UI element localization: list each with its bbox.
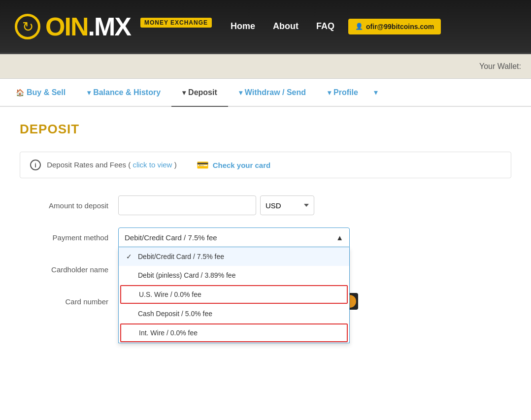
- click-to-view-link[interactable]: click to view: [133, 161, 172, 169]
- nav-about[interactable]: About: [264, 21, 307, 32]
- nav-faq[interactable]: FAQ: [307, 21, 343, 32]
- credit-card-icon: 💳: [197, 159, 209, 171]
- tab-more[interactable]: ▾: [369, 79, 383, 106]
- tab-bar: 🏠 Buy & Sell ▾ Balance & History ▾ Depos…: [0, 79, 531, 107]
- check-card-label: Check your card: [213, 161, 271, 169]
- payment-option-label: Int. Wire / 0.0% fee: [139, 329, 198, 337]
- payment-option-label: Cash Deposit / 5.0% fee: [138, 310, 212, 318]
- dropdown-icon-balance: ▾: [87, 89, 91, 97]
- info-text: Deposit Rates and Fees (: [47, 161, 131, 169]
- payment-row: Payment method Debit/Credit Card / 7.5% …: [20, 227, 511, 247]
- info-bar: i Deposit Rates and Fees ( click to view…: [20, 152, 511, 178]
- empty-check: [126, 310, 134, 318]
- dropdown-arrow-icon: ▲: [336, 233, 343, 242]
- wallet-bar: Your Wallet:: [0, 54, 531, 79]
- payment-select-display[interactable]: Debit/Credit Card / 7.5% fee ▲: [118, 227, 350, 247]
- tab-withdraw-send[interactable]: ▾ Withdraw / Send: [228, 79, 317, 107]
- logo-icon: [15, 14, 40, 39]
- empty-check: [127, 329, 135, 337]
- info-icon: i: [30, 160, 41, 170]
- payment-option-us-wire[interactable]: U.S. Wire / 0.0% fee: [120, 285, 348, 304]
- tab-deposit[interactable]: ▾ Deposit: [171, 79, 228, 107]
- logo-dot: .: [88, 12, 94, 41]
- payment-option-label: Debit (pinless) Card / 3.89% fee: [138, 271, 235, 279]
- page-body: DEPOSIT i Deposit Rates and Fees ( click…: [0, 107, 531, 338]
- payment-option-debit-credit[interactable]: ✓ Debit/Credit Card / 7.5% fee: [119, 247, 349, 266]
- page-title: DEPOSIT: [20, 122, 511, 137]
- payment-option-cash-deposit[interactable]: Cash Deposit / 5.0% fee: [119, 304, 349, 323]
- amount-label: Amount to deposit: [20, 201, 118, 210]
- logo-coin: OIN: [45, 12, 88, 41]
- logo-mx: MX: [94, 12, 131, 41]
- main-nav: Home About FAQ ofir@99bitcoins.com: [222, 19, 441, 34]
- nav-home[interactable]: Home: [222, 21, 264, 32]
- home-icon: 🏠: [16, 89, 24, 97]
- payment-label: Payment method: [20, 233, 118, 242]
- tab-balance-history[interactable]: ▾ Balance & History: [76, 79, 171, 107]
- payment-option-label: Debit/Credit Card / 7.5% fee: [138, 253, 224, 260]
- dropdown-icon-profile: ▾: [328, 89, 331, 97]
- currency-select[interactable]: USD EUR GBP BTC: [260, 195, 314, 215]
- wallet-label: Your Wallet:: [479, 62, 521, 71]
- tab-profile[interactable]: ▾ Profile: [317, 79, 369, 107]
- header: OIN.MX MONEY EXCHANGE Home About FAQ ofi…: [0, 0, 531, 54]
- logo-area: OIN.MX MONEY EXCHANGE: [15, 14, 212, 39]
- logo-text: OIN.MX: [45, 14, 131, 39]
- payment-option-int-wire[interactable]: Int. Wire / 0.0% fee: [120, 323, 348, 342]
- payment-dropdown-menu: ✓ Debit/Credit Card / 7.5% fee Debit (pi…: [118, 247, 350, 343]
- amount-input[interactable]: [118, 195, 256, 215]
- card-number-label: Card number: [20, 297, 118, 306]
- tab-buy-sell[interactable]: 🏠 Buy & Sell: [5, 79, 76, 107]
- dropdown-icon-deposit: ▾: [182, 89, 186, 97]
- empty-check: [126, 271, 134, 279]
- empty-check: [127, 291, 135, 298]
- main-content: 🏠 Buy & Sell ▾ Balance & History ▾ Depos…: [0, 79, 531, 420]
- deposit-rates-info: i Deposit Rates and Fees ( click to view…: [30, 160, 177, 170]
- money-exchange-badge: MONEY EXCHANGE: [140, 18, 212, 28]
- info-close: ): [174, 161, 177, 169]
- payment-selected-text: Debit/Credit Card / 7.5% fee: [125, 233, 217, 242]
- check-card-link[interactable]: 💳 Check your card: [197, 159, 271, 171]
- check-icon: ✓: [126, 253, 134, 260]
- payment-option-debit-pinless[interactable]: Debit (pinless) Card / 3.89% fee: [119, 266, 349, 285]
- cardholder-label: Cardholder name: [20, 265, 118, 274]
- user-menu-button[interactable]: ofir@99bitcoins.com: [348, 19, 441, 34]
- payment-dropdown-container: Debit/Credit Card / 7.5% fee ▲ ✓ Debit/C…: [118, 227, 350, 247]
- dropdown-icon-withdraw: ▾: [239, 89, 242, 97]
- payment-option-label: U.S. Wire / 0.0% fee: [139, 291, 201, 298]
- amount-row: Amount to deposit USD EUR GBP BTC: [20, 195, 511, 215]
